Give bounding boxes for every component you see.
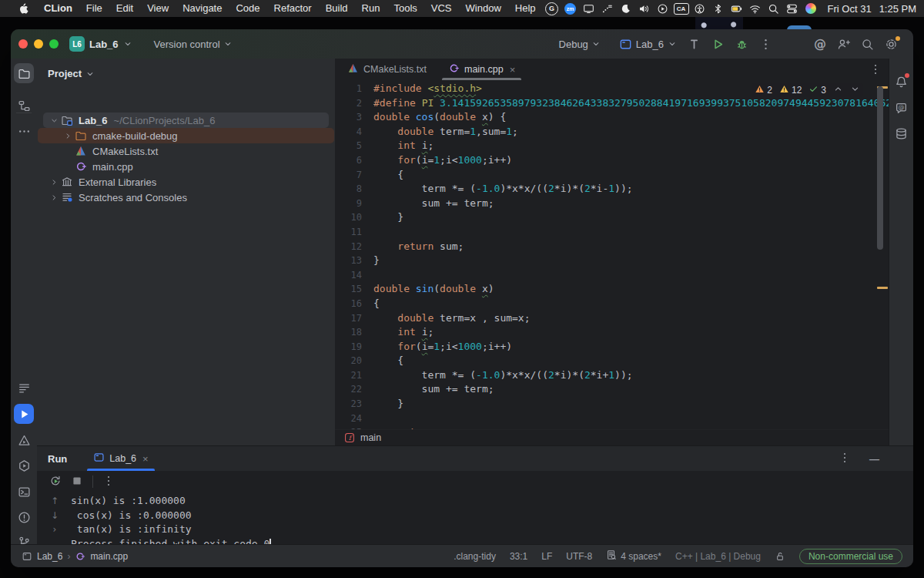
project-panel-header[interactable]: Project bbox=[37, 59, 335, 87]
todo-tool-icon[interactable] bbox=[14, 378, 34, 398]
menu-tools[interactable]: Tools bbox=[387, 0, 424, 17]
zoom-app-icon[interactable]: zm bbox=[561, 0, 580, 17]
menu-navigate[interactable]: Navigate bbox=[176, 0, 229, 17]
tab-main-cpp[interactable]: main.cpp× bbox=[439, 59, 524, 80]
statusbar-lf[interactable]: LF bbox=[541, 551, 552, 562]
menu-vcs[interactable]: VCS bbox=[424, 0, 459, 17]
statusbar-project[interactable]: Lab_6 bbox=[37, 551, 62, 562]
menubar-date[interactable]: Fri Oct 31 bbox=[822, 3, 875, 15]
stage-manager-icon[interactable] bbox=[598, 0, 617, 17]
arrow-down-icon[interactable]: ↓ bbox=[51, 509, 59, 523]
ai-assistant-chat-icon[interactable]: @ bbox=[892, 99, 911, 118]
run-tool-icon[interactable] bbox=[14, 404, 34, 424]
focus-moon-icon[interactable] bbox=[617, 0, 635, 17]
minimize-window-button[interactable] bbox=[34, 39, 43, 49]
close-icon[interactable]: × bbox=[510, 64, 516, 76]
menubar-clock[interactable]: 1:25 PM bbox=[876, 3, 919, 15]
ai-assistant-icon[interactable]: @ bbox=[814, 37, 826, 52]
more-vertical-icon[interactable] bbox=[759, 38, 772, 51]
license-badge[interactable]: Non-commercial use bbox=[799, 549, 902, 564]
arrow-up-icon[interactable]: ↑ bbox=[51, 494, 59, 509]
services-tool-icon[interactable] bbox=[14, 455, 34, 476]
run-options-icon[interactable] bbox=[102, 475, 115, 489]
tab-cmakelists-txt[interactable]: CMakeLists.txt bbox=[338, 59, 436, 80]
rerun-icon[interactable] bbox=[49, 475, 62, 489]
prompt-icon[interactable]: › bbox=[53, 523, 57, 537]
zoom-window-button[interactable] bbox=[49, 39, 59, 49]
lock-icon[interactable] bbox=[775, 551, 785, 562]
menu-help[interactable]: Help bbox=[508, 0, 543, 17]
stripe-warning-mark[interactable] bbox=[877, 287, 888, 289]
statusbar--clang-tidy[interactable]: .clang-tidy bbox=[454, 551, 496, 562]
tree-item-scratches-and-consoles[interactable]: Scratches and Consoles bbox=[37, 190, 335, 205]
database-tool-icon[interactable] bbox=[892, 124, 911, 143]
build-type-selector[interactable]: Debug bbox=[559, 39, 601, 50]
menu-file[interactable]: File bbox=[79, 0, 109, 17]
tree-item-cmakelists-txt[interactable]: CMakeLists.txt bbox=[37, 143, 335, 159]
run-console[interactable]: ↑↓› sin(x) is :1.000000 cos(x) is :0.000… bbox=[37, 492, 913, 545]
breadcrumb-item[interactable]: main bbox=[360, 432, 381, 443]
previous-problem-button[interactable] bbox=[833, 84, 843, 96]
code-with-me-icon[interactable] bbox=[837, 38, 850, 51]
grammarly-icon[interactable]: G bbox=[543, 0, 561, 17]
menu-build[interactable]: Build bbox=[319, 0, 355, 17]
resolve-context[interactable]: C++ | Lab_6 | Debug bbox=[675, 551, 761, 562]
input-source-icon[interactable]: CA bbox=[672, 0, 691, 17]
tree-item-main-cpp[interactable]: main.cpp bbox=[37, 159, 335, 174]
chevron-right-icon[interactable] bbox=[48, 193, 60, 202]
editor-scrollbar[interactable] bbox=[877, 86, 883, 250]
tree-item-cmake-build-debug[interactable]: cmake-build-debug bbox=[37, 128, 335, 143]
menu-window[interactable]: Window bbox=[459, 0, 508, 17]
volume-icon[interactable] bbox=[635, 0, 654, 17]
search-icon[interactable] bbox=[861, 38, 874, 51]
screen-recording-icon[interactable] bbox=[654, 0, 672, 17]
project-tool-icon[interactable] bbox=[14, 63, 34, 83]
hide-panel-button[interactable]: — bbox=[869, 453, 879, 465]
display-icon[interactable] bbox=[580, 0, 598, 17]
terminal-tool-icon[interactable] bbox=[14, 482, 34, 502]
battery-icon[interactable] bbox=[728, 0, 746, 17]
problems-tool-icon[interactable] bbox=[14, 507, 34, 527]
statusbar-33-1[interactable]: 33:1 bbox=[510, 551, 527, 562]
statusbar-utf-8[interactable]: UTF-8 bbox=[566, 551, 592, 562]
spotlight-icon[interactable] bbox=[765, 0, 783, 17]
more-tools-icon[interactable] bbox=[14, 121, 34, 141]
control-center-icon[interactable] bbox=[783, 0, 802, 17]
statusbar-file[interactable]: main.cpp bbox=[90, 551, 128, 562]
bluetooth-icon[interactable] bbox=[709, 0, 728, 17]
accessibility-icon[interactable] bbox=[691, 0, 709, 17]
run-configuration-selector[interactable]: Lab_6 bbox=[619, 38, 677, 51]
debug-bug-icon[interactable] bbox=[735, 38, 748, 51]
build-hammer-icon[interactable] bbox=[688, 38, 701, 51]
chevron-down-icon[interactable] bbox=[48, 116, 60, 125]
indent-widget[interactable]: 4 spaces* bbox=[606, 549, 661, 563]
next-problem-button[interactable] bbox=[850, 84, 860, 96]
tree-item-lab-6[interactable]: Lab_6~/CLionProjects/Lab_6 bbox=[37, 113, 335, 128]
chevron-right-icon[interactable] bbox=[62, 132, 74, 140]
menu-refactor[interactable]: Refactor bbox=[267, 0, 319, 17]
close-icon[interactable]: × bbox=[142, 453, 149, 465]
run-panel-options-icon[interactable] bbox=[839, 452, 851, 466]
vcs-widget[interactable]: Version control bbox=[154, 39, 233, 50]
stop-icon[interactable] bbox=[71, 475, 83, 489]
menu-view[interactable]: View bbox=[140, 0, 176, 17]
chevron-right-icon[interactable] bbox=[48, 178, 60, 187]
inspections-widget[interactable]: 2 12 3 bbox=[752, 83, 863, 97]
project-widget[interactable]: L6 Lab_6 bbox=[69, 36, 132, 52]
cmake-tool-icon[interactable] bbox=[14, 430, 34, 450]
menu-run[interactable]: Run bbox=[355, 0, 387, 17]
structure-tool-icon[interactable] bbox=[14, 96, 34, 116]
assistant-icon[interactable] bbox=[802, 0, 820, 17]
tree-item-external-libraries[interactable]: External Libraries bbox=[37, 174, 335, 190]
menu-code[interactable]: Code bbox=[229, 0, 266, 17]
editor-tab-options-icon[interactable] bbox=[869, 59, 889, 80]
wifi-icon[interactable] bbox=[746, 0, 765, 17]
menu-edit[interactable]: Edit bbox=[109, 0, 140, 17]
run-icon[interactable] bbox=[711, 38, 725, 51]
close-window-button[interactable] bbox=[18, 39, 28, 49]
apple-menu-icon[interactable] bbox=[9, 2, 37, 15]
notifications-icon[interactable] bbox=[892, 72, 911, 92]
menu-clion[interactable]: CLion bbox=[37, 0, 79, 17]
code-editor[interactable]: 1#include <stdio.h>2#define PI 3.1415926… bbox=[335, 80, 889, 430]
run-tab[interactable]: Lab_6 × bbox=[87, 446, 154, 471]
